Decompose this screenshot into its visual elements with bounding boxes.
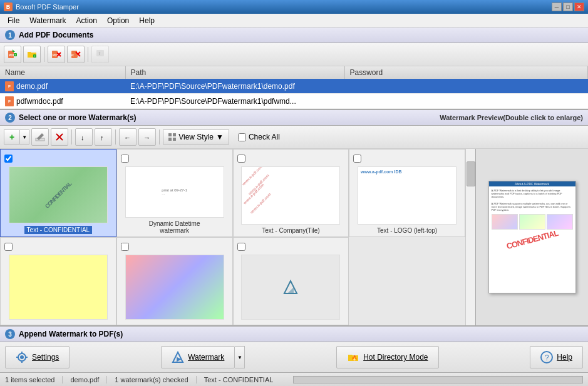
watermark-checkbox[interactable] bbox=[4, 155, 13, 163]
watermark-thumbnail: CONFIDENTIAL bbox=[9, 166, 108, 223]
preview-content: A-PDF Watermark is a fast desktop utilit… bbox=[489, 186, 575, 293]
watermark-preview-label: Watermark Preview(Double click to enlarg… bbox=[440, 114, 583, 121]
watermark-checkbox[interactable] bbox=[237, 155, 245, 163]
watermark-thumbnail: www.a-pdf.com IDB bbox=[358, 166, 456, 225]
main-content: 1 Add PDF Documents PDF+ + PDF PDF ⬆ bbox=[0, 28, 588, 386]
watermark-checkbox[interactable] bbox=[4, 243, 13, 251]
menu-help[interactable]: Help bbox=[134, 15, 160, 26]
watermark-dropdown[interactable]: ▼ bbox=[235, 346, 245, 368]
title-bar-controls[interactable]: ─ □ ✕ bbox=[552, 3, 584, 11]
edit-watermark-button[interactable] bbox=[31, 128, 49, 146]
svg-text:🔥: 🔥 bbox=[351, 355, 358, 361]
menu-file[interactable]: File bbox=[3, 15, 24, 26]
menu-bar: File Watermark Action Option Help bbox=[0, 14, 588, 28]
watermark-checkbox[interactable] bbox=[121, 155, 129, 163]
svg-text:↑: ↑ bbox=[100, 134, 104, 141]
help-button[interactable]: ? Help bbox=[530, 346, 583, 368]
watermark-checkbox[interactable] bbox=[237, 243, 245, 251]
view-style-button[interactable]: View Style ▼ bbox=[163, 130, 229, 145]
close-button[interactable]: ✕ bbox=[574, 3, 584, 11]
file-table-header: Name Path Password bbox=[0, 66, 588, 79]
watermark-checkbox[interactable] bbox=[121, 243, 129, 251]
watermark-checkbox[interactable] bbox=[353, 155, 361, 163]
move-down-wm-button[interactable]: ↓ bbox=[75, 128, 93, 146]
file-password-cell bbox=[344, 79, 588, 94]
hot-directory-button[interactable]: 🔥 Hot Directory Mode bbox=[336, 346, 438, 368]
move-up-button[interactable]: ⬆ bbox=[91, 46, 109, 63]
delete-watermark-button[interactable] bbox=[51, 128, 68, 146]
watermark-button[interactable]: ▶ Watermark bbox=[161, 346, 235, 368]
menu-action[interactable]: Action bbox=[71, 15, 102, 26]
view-style-arrow: ▼ bbox=[216, 133, 224, 141]
status-selected-file: demo.pdf bbox=[70, 376, 107, 383]
import-wm-button[interactable]: ← bbox=[119, 128, 137, 146]
minimize-button[interactable]: ─ bbox=[552, 3, 562, 11]
check-all-checkbox[interactable] bbox=[238, 133, 246, 141]
col-path: Path bbox=[125, 66, 344, 79]
add-pdf-section: 1 Add PDF Documents PDF+ + PDF PDF ⬆ bbox=[0, 28, 588, 110]
watermark-item[interactable] bbox=[0, 237, 116, 325]
svg-text:▶: ▶ bbox=[177, 355, 182, 362]
remove-all-button[interactable]: PDF bbox=[67, 46, 85, 63]
move-up-wm-button[interactable]: ↑ bbox=[95, 128, 112, 146]
watermark-body: CONFIDENTIAL Text - CONFIDENTIAL print a… bbox=[0, 149, 588, 325]
watermark-item[interactable] bbox=[233, 237, 349, 325]
file-list-area: Name Path Password P demo.pdf E:\A-PDF\P… bbox=[0, 66, 588, 109]
menu-option[interactable]: Option bbox=[102, 15, 134, 26]
watermark-thumbnail bbox=[125, 255, 224, 320]
append-toolbar: Settings ▶ Watermark ▼ 🔥 Hot Directory M… bbox=[0, 342, 588, 372]
watermark-item[interactable]: print at 09-27-1... Dynamic Datetime wat… bbox=[116, 149, 233, 237]
wm-sep2 bbox=[115, 130, 116, 145]
menu-watermark[interactable]: Watermark bbox=[24, 15, 71, 26]
svg-rect-27 bbox=[173, 138, 176, 141]
watermark-thumbnail bbox=[9, 255, 108, 320]
pdf-icon: P bbox=[5, 96, 14, 106]
status-watermark-name: Text - CONFIDENTIAL bbox=[204, 376, 281, 383]
file-table: Name Path Password P demo.pdf E:\A-PDF\P… bbox=[0, 66, 588, 109]
check-all-label[interactable]: Check All bbox=[238, 133, 280, 141]
watermark-thumbnail: www.a-pdf.com www.a-pdf.com www.a-pdf.co… bbox=[241, 166, 340, 225]
remove-button[interactable]: PDF bbox=[48, 46, 65, 63]
add-watermark-button[interactable]: + bbox=[4, 130, 19, 145]
watermark-item[interactable]: www.a-pdf.com IDB Text - LOGO (left-top) bbox=[349, 149, 465, 237]
watermark-grid-area: CONFIDENTIAL Text - CONFIDENTIAL print a… bbox=[0, 149, 465, 325]
watermark-label: Dynamic Datetime watermark bbox=[137, 220, 212, 234]
section2-label: Select one or more Watermark(s) bbox=[19, 113, 137, 122]
watermark-grid: CONFIDENTIAL Text - CONFIDENTIAL print a… bbox=[0, 149, 465, 325]
watermark-thumbnail: print at 09-27-1... bbox=[125, 166, 224, 218]
file-path-cell: E:\A-PDF\PDF\Source\PDFwatermark1\demo.p… bbox=[125, 79, 344, 94]
preview-thumbnail[interactable]: About A-PDF Watermark A-PDF Watermark is… bbox=[488, 181, 576, 293]
add-file-button[interactable]: PDF+ bbox=[4, 46, 21, 63]
watermark-header-row: 2 Select one or more Watermark(s) Waterm… bbox=[0, 110, 588, 126]
watermark-action-group: ▶ Watermark ▼ bbox=[161, 346, 245, 368]
file-row[interactable]: P pdfwmdoc.pdf E:\A-PDF\PDF\Source\PDFwa… bbox=[0, 94, 588, 109]
export-wm-button[interactable]: → bbox=[138, 128, 156, 146]
maximize-button[interactable]: □ bbox=[563, 3, 573, 11]
watermark-label: Watermark bbox=[188, 353, 224, 362]
watermark-thumbnail bbox=[241, 255, 340, 320]
watermark-scrollbar[interactable] bbox=[465, 149, 475, 325]
svg-text:→: → bbox=[143, 134, 150, 141]
watermark-item[interactable]: CONFIDENTIAL Text - CONFIDENTIAL bbox=[0, 149, 116, 237]
file-row[interactable]: P demo.pdf E:\A-PDF\PDF\Source\PDFwaterm… bbox=[0, 79, 588, 94]
wm-sep3 bbox=[159, 130, 160, 145]
file-password-cell bbox=[344, 94, 588, 109]
col-password: Password bbox=[344, 66, 588, 79]
svg-text:←: ← bbox=[124, 134, 131, 141]
add-watermark-dropdown[interactable]: ▼ bbox=[19, 130, 29, 145]
settings-button[interactable]: Settings bbox=[5, 346, 70, 368]
watermark-item[interactable] bbox=[116, 237, 233, 325]
watermark-label: Text - CONFIDENTIAL bbox=[24, 226, 93, 234]
svg-text:?: ? bbox=[545, 353, 549, 362]
scroll-thumb[interactable] bbox=[467, 161, 475, 186]
title-bar-left: B Boxoft PDF Stamper bbox=[4, 3, 79, 11]
append-section: 3 Append Watermark to PDF(s) Settings ▶ … bbox=[0, 325, 588, 372]
preview-images bbox=[492, 214, 573, 230]
help-label: Help bbox=[557, 353, 572, 362]
add-folder-button[interactable]: + bbox=[23, 46, 41, 63]
svg-rect-26 bbox=[168, 138, 172, 141]
file-name-cell: P pdfwmdoc.pdf bbox=[0, 94, 125, 109]
svg-rect-25 bbox=[173, 133, 176, 136]
preview-top-bar: About A-PDF Watermark bbox=[489, 181, 575, 186]
watermark-item[interactable]: www.a-pdf.com www.a-pdf.com www.a-pdf.co… bbox=[233, 149, 349, 237]
